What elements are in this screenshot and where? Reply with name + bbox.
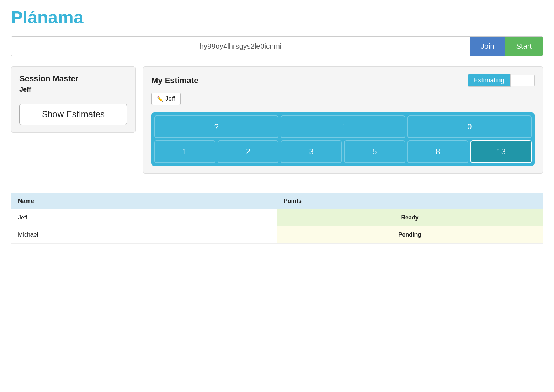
- estimate-btn-2[interactable]: 2: [218, 140, 279, 163]
- app-title: Plánama: [11, 7, 543, 27]
- estimate-btn-13[interactable]: 13: [470, 140, 532, 163]
- estimate-row-1: ? ! 0: [154, 115, 532, 138]
- table-header-row: Name Points: [11, 193, 543, 209]
- estimate-btn-1[interactable]: 1: [154, 140, 215, 163]
- table-cell-name: Jeff: [11, 209, 277, 226]
- session-bar: Join Start: [11, 36, 543, 56]
- estimate-btn-5[interactable]: 5: [344, 140, 405, 163]
- table-cell-status: Pending: [277, 226, 543, 244]
- session-master-panel: Session Master Jeff Show Estimates: [11, 66, 136, 133]
- join-button[interactable]: Join: [470, 37, 505, 56]
- col-name-header: Name: [11, 193, 277, 209]
- col-points-header: Points: [277, 193, 543, 209]
- panels-row: Session Master Jeff Show Estimates My Es…: [11, 66, 543, 174]
- session-input[interactable]: [11, 37, 470, 56]
- table-cell-status: Ready: [277, 209, 543, 226]
- estimate-btn-3[interactable]: 3: [281, 140, 342, 163]
- pencil-icon: ✏️: [157, 96, 163, 102]
- user-chip[interactable]: ✏️ Jeff: [151, 93, 181, 105]
- table-cell-name: Michael: [11, 226, 277, 244]
- estimate-btn-0[interactable]: 0: [407, 115, 532, 138]
- estimating-wrapper: Estimating: [468, 74, 535, 87]
- user-chip-label: Jeff: [165, 95, 175, 103]
- estimating-badge-empty: [511, 75, 535, 86]
- start-button[interactable]: Start: [505, 37, 543, 56]
- estimate-btn-exclaim[interactable]: !: [281, 115, 405, 138]
- estimate-row-2: 1 2 3 5 8 13: [154, 140, 532, 163]
- session-master-name: Jeff: [19, 86, 127, 93]
- divider: [11, 184, 543, 184]
- estimate-panel-header: My Estimate Estimating: [151, 74, 535, 87]
- table-row: MichaelPending: [11, 226, 543, 244]
- estimates-table: Name Points JeffReadyMichaelPending: [11, 193, 543, 244]
- table-row: JeffReady: [11, 209, 543, 226]
- show-estimates-button[interactable]: Show Estimates: [19, 104, 127, 125]
- estimate-grid: ? ! 0 1 2 3 5 8 13: [151, 112, 535, 166]
- estimate-panel-title: My Estimate: [151, 76, 198, 85]
- estimate-panel: My Estimate Estimating ✏️ Jeff ? ! 0 1 2…: [143, 66, 543, 174]
- estimating-badge: Estimating: [468, 74, 511, 87]
- estimate-btn-8[interactable]: 8: [407, 140, 469, 163]
- session-master-label: Session Master: [19, 74, 127, 84]
- estimate-btn-question[interactable]: ?: [154, 115, 278, 138]
